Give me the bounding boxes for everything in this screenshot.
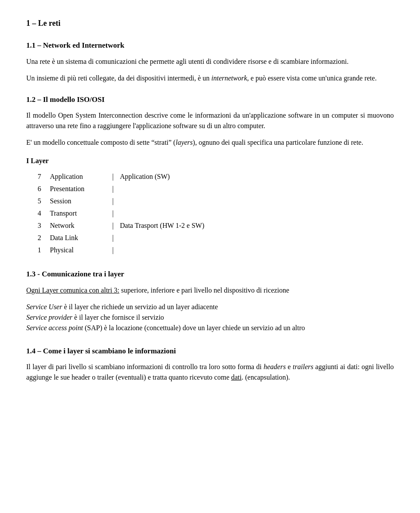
layer-desc: Data Trasport (HW 1-2 e SW) [118, 220, 232, 232]
table-row: 7 Application | Application (SW) [35, 171, 232, 183]
sub4-para1-end: . (encapsulation). [242, 373, 290, 381]
dati-underline: dati [231, 373, 242, 381]
sub4-para1-and: e [286, 363, 293, 370]
subsection-1-4-title: 1.4 – Come i layer si scambiano le infor… [26, 345, 394, 357]
layers-section: I Layer 7 Application | Application (SW)… [26, 156, 394, 256]
table-row: 1 Physical | [35, 244, 232, 256]
layer-desc [118, 232, 232, 244]
sub3-paragraph-2: Service User è il layer che richiede un … [26, 302, 394, 333]
layer-num: 1 [35, 244, 48, 256]
layer-desc [118, 183, 232, 195]
sub4-paragraph-1: Il layer di pari livello si scambiano in… [26, 362, 394, 383]
internetwork-text: internetwork [211, 74, 247, 82]
trailers-italic: trailers [293, 363, 313, 370]
sub3-para1-rest: superiore, inferiore e pari livello nel … [119, 286, 289, 294]
layers-italic: layers [175, 139, 192, 146]
sub2-paragraph-1: Il modello Open System Interconnection d… [26, 110, 394, 131]
layer-desc [118, 195, 232, 207]
layer-pipe: | [109, 195, 118, 207]
layer-name: Application [48, 171, 109, 183]
sub2-paragraph-2: E' un modello concettuale composto di se… [26, 137, 394, 148]
sub3-paragraph-1: Ogni Layer comunica con altri 3: superio… [26, 285, 394, 296]
headers-italic: headers [263, 363, 286, 370]
layer-pipe: | [109, 183, 118, 195]
layer-desc [118, 207, 232, 220]
sub1-paragraph-1: Una rete è un sistema di comunicazioni c… [26, 56, 394, 67]
table-row: 6 Presentation | [35, 183, 232, 195]
sub1-paragraph-2: Un insieme di più reti collegate, da dei… [26, 73, 394, 84]
table-row: 3 Network | Data Trasport (HW 1-2 e SW) [35, 220, 232, 232]
section-1-3: 1.3 - Comunicazione tra i layer Ogni Lay… [26, 269, 394, 333]
service-access-point-italic: Service access point [26, 324, 83, 332]
layer-name: Presentation [48, 183, 109, 195]
sub1-para2-rest: insieme di più reti collegate, da dei di… [35, 74, 377, 82]
layer-num: 2 [35, 232, 48, 244]
layer-pipe: | [109, 244, 118, 256]
un-text: Un [26, 74, 35, 82]
service-provider-italic: Service provider [26, 314, 73, 321]
layer-desc [118, 244, 232, 256]
layer-num: 4 [35, 207, 48, 220]
section-title: 1 – Le reti [26, 17, 394, 29]
layer-pipe: | [109, 207, 118, 220]
layer-name: Data Link [48, 232, 109, 244]
layer-name: Physical [48, 244, 109, 256]
layer-desc: Application (SW) [118, 171, 232, 183]
subsection-1-1-title: 1.1 – Network ed Internetwork [26, 40, 394, 51]
layer-num: 5 [35, 195, 48, 207]
sub4-para1-prefix: Il layer di pari livello si scambiano in… [26, 363, 263, 370]
layer-name: Session [48, 195, 109, 207]
service-access-point-rest: (SAP) è la locazione (concettuale) dove … [83, 324, 305, 332]
service-user-italic: Service User [26, 303, 62, 311]
layer-pipe: | [109, 232, 118, 244]
table-row: 2 Data Link | [35, 232, 232, 244]
layer-num: 7 [35, 171, 48, 183]
subsection-1-2-title: 1.2 – Il modello ISO/OSI [26, 94, 394, 105]
layer-table: 7 Application | Application (SW) 6 Prese… [35, 171, 232, 256]
layer-name: Transport [48, 207, 109, 220]
layer-num: 3 [35, 220, 48, 232]
layer-pipe: | [109, 220, 118, 232]
service-user-rest: è il layer che richiede un servizio ad u… [62, 303, 218, 311]
layer-name: Network [48, 220, 109, 232]
layer-num: 6 [35, 183, 48, 195]
layers-title: I Layer [26, 156, 394, 166]
ogni-layer-underline: Ogni Layer comunica con altri 3: [26, 286, 119, 294]
section-1-4: 1.4 – Come i layer si scambiano le infor… [26, 345, 394, 383]
layer-pipe: | [109, 171, 118, 183]
table-row: 4 Transport | [35, 207, 232, 220]
table-row: 5 Session | [35, 195, 232, 207]
subsection-1-3-title: 1.3 - Comunicazione tra i layer [26, 269, 394, 280]
service-provider-rest: è il layer che fornisce il servizio [73, 314, 164, 321]
